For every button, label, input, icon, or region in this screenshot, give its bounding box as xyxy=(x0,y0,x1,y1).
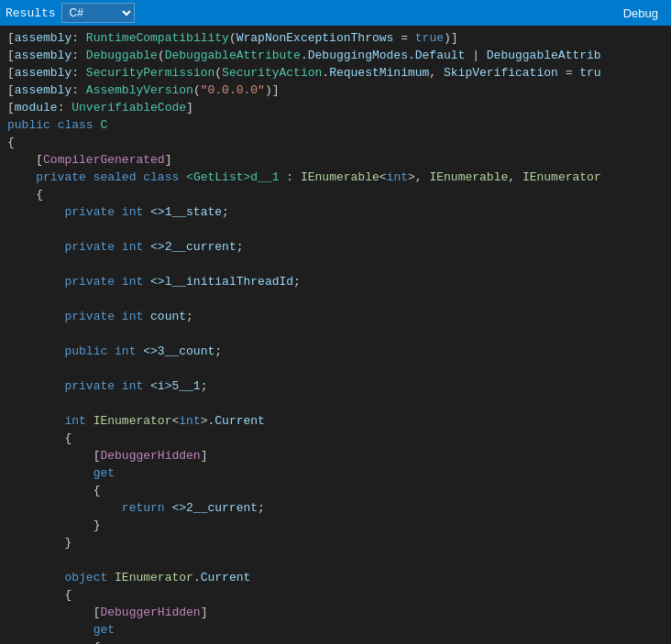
code-line: get xyxy=(0,464,671,482)
code-line: private int count; xyxy=(0,308,671,325)
code-line: public class C xyxy=(0,116,671,134)
code-line xyxy=(0,360,671,377)
code-line: [assembly: Debuggable(DebuggableAttribut… xyxy=(0,47,671,64)
code-line xyxy=(0,551,671,569)
code-line: int IEnumerator<int>.Current xyxy=(0,412,671,430)
code-line: { xyxy=(0,639,671,644)
code-line xyxy=(0,325,671,343)
code-line: { xyxy=(0,186,671,203)
code-line xyxy=(0,290,671,308)
code-line: [DebuggerHidden] xyxy=(0,447,671,464)
code-line: return <>2__current; xyxy=(0,499,671,517)
code-line: private int <>1__state; xyxy=(0,203,671,221)
code-line: { xyxy=(0,430,671,447)
code-line: get xyxy=(0,621,671,639)
toolbar: Results C# VB IL Debug xyxy=(0,0,671,26)
code-line: [assembly: RuntimeCompatibility(WrapNonE… xyxy=(0,29,671,47)
code-line: [assembly: SecurityPermission(SecurityAc… xyxy=(0,64,671,82)
code-line: [assembly: AssemblyVersion("0.0.0.0")] xyxy=(0,82,671,99)
code-line: } xyxy=(0,517,671,534)
code-line: } xyxy=(0,534,671,551)
code-line: private int <>l__initialThreadId; xyxy=(0,273,671,290)
code-line: { xyxy=(0,586,671,604)
code-line: [DebuggerHidden] xyxy=(0,604,671,621)
code-line: { xyxy=(0,134,671,151)
code-line: object IEnumerator.Current xyxy=(0,569,671,586)
code-line: public int <>3__count; xyxy=(0,343,671,360)
code-line: private int <i>5__1; xyxy=(0,377,671,395)
code-line: private sealed class <GetList>d__1 : IEn… xyxy=(0,169,671,186)
code-line: [module: UnverifiableCode] xyxy=(0,99,671,116)
code-line xyxy=(0,395,671,412)
code-line xyxy=(0,256,671,273)
results-label: Results xyxy=(6,6,56,20)
debug-button[interactable]: Debug xyxy=(616,5,666,22)
code-line: { xyxy=(0,482,671,499)
language-select[interactable]: C# VB IL xyxy=(61,3,135,23)
code-area: [assembly: RuntimeCompatibility(WrapNonE… xyxy=(0,26,671,644)
code-line: private int <>2__current; xyxy=(0,238,671,256)
code-line xyxy=(0,221,671,238)
code-line: [CompilerGenerated] xyxy=(0,151,671,169)
